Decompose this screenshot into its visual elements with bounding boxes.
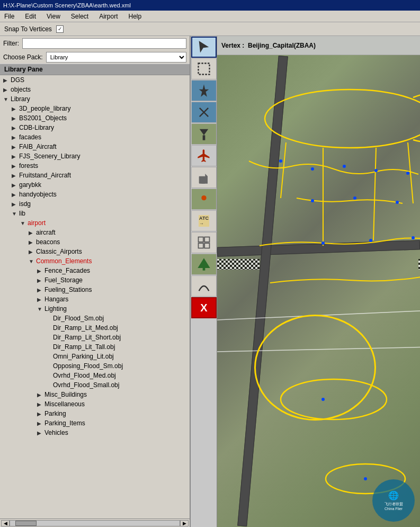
- tree-arrow: ▶: [12, 125, 19, 131]
- taxiway-tool[interactable]: [191, 102, 217, 123]
- tree-item[interactable]: ▶Parking_Items: [0, 418, 190, 428]
- tree-item[interactable]: ▶Miscellaneous: [0, 399, 190, 409]
- snap-label: Snap To Vertices: [4, 25, 52, 33]
- tree-item[interactable]: ▶Fuel_Storage: [0, 275, 190, 285]
- tree-label: Misc_Buildings: [44, 391, 87, 398]
- tree-item[interactable]: ▶aircraft: [0, 228, 190, 237]
- tree-item[interactable]: ▼Lighting: [0, 304, 190, 314]
- tree-item[interactable]: ▶Fence_Facades: [0, 266, 190, 275]
- svg-rect-13: [203, 268, 205, 271]
- h-scrollbar[interactable]: ◀ ▶: [0, 519, 190, 527]
- tree-arrow: ▶: [37, 268, 44, 274]
- tree-items: ▶DGS▶objects▼Library▶3D_people_library▶B…: [0, 75, 190, 437]
- tree-item[interactable]: ▶FJS_Scenery_Library: [0, 151, 190, 161]
- tree-item[interactable]: ▶handyobjects: [0, 190, 190, 199]
- menu-edit[interactable]: Edit: [23, 12, 38, 21]
- tree-arrow: ▶: [12, 135, 19, 140]
- svg-rect-3: [203, 135, 205, 140]
- h-scroll-track[interactable]: [10, 520, 180, 526]
- tree-item[interactable]: ▶Parking: [0, 409, 190, 418]
- tree-item[interactable]: ▶Fruitstand_Aircraft: [0, 171, 190, 180]
- tree-item[interactable]: ▼lib: [0, 209, 190, 218]
- tree-item[interactable]: Dir_Ramp_Lit_Short.obj: [0, 333, 190, 342]
- tree-item[interactable]: ▶BS2001_Objects: [0, 113, 190, 123]
- tree-item[interactable]: ▶CDB-Library: [0, 123, 190, 132]
- tree-item[interactable]: ▶Hangars: [0, 294, 190, 304]
- path-tool[interactable]: [191, 275, 217, 297]
- library-pane-header: Library Pane: [0, 64, 190, 75]
- tree-item[interactable]: Dir_Ramp_Lit_Med.obj: [0, 323, 190, 333]
- tree-item[interactable]: Ovrhd_Flood_Med.obj: [0, 371, 190, 380]
- tower-tool[interactable]: [191, 123, 217, 145]
- tree-item[interactable]: ▶Misc_Buildings: [0, 390, 190, 399]
- tree-item[interactable]: Dir_Ramp_Lit_Tall.obj: [0, 342, 190, 352]
- plane-tool[interactable]: [191, 145, 217, 166]
- tree-item[interactable]: ▼airport: [0, 218, 190, 228]
- tree-item[interactable]: ▶objects: [0, 85, 190, 94]
- object-tool[interactable]: [191, 167, 217, 188]
- map-area[interactable]: 🌐 飞行者联盟 China Flier: [217, 55, 420, 527]
- tree-item[interactable]: Omni_Parking_Lit.obj: [0, 352, 190, 361]
- tree-item[interactable]: ▶facades: [0, 132, 190, 142]
- tree-arrow: ▶: [12, 144, 19, 150]
- tree-item[interactable]: ▼Common_Elements: [0, 256, 190, 266]
- watermark: 🌐 飞行者联盟 China Flier: [372, 479, 415, 522]
- menu-file[interactable]: File: [2, 12, 16, 21]
- pack-select[interactable]: Library Default Custom: [46, 52, 186, 62]
- tree-arrow: ▶: [37, 421, 44, 426]
- tree-label: Fruitstand_Aircraft: [19, 172, 71, 179]
- grid-tool[interactable]: [191, 232, 217, 253]
- tree-item[interactable]: Ovrhd_Flood_Small.obj: [0, 380, 190, 390]
- snap-checkbox[interactable]: ✓: [56, 25, 64, 33]
- tree-label: Vehicles: [44, 429, 68, 436]
- tree-arrow: ▶: [12, 115, 19, 121]
- scroll-right-btn[interactable]: ▶: [180, 520, 189, 526]
- tree-label: Fuel_Storage: [44, 276, 83, 284]
- tree-arrow: ▼: [3, 96, 11, 102]
- vertex-label: Vertex :: [221, 42, 244, 49]
- main-layout: Filter: Choose Pack: Library Default Cus…: [0, 36, 420, 527]
- tree-label: objects: [11, 86, 31, 93]
- tree-item[interactable]: ▶Vehicles: [0, 428, 190, 437]
- tree-item[interactable]: ▶DGS: [0, 75, 190, 85]
- menu-help[interactable]: Help: [127, 12, 144, 21]
- tree-arrow: ▶: [37, 392, 44, 398]
- scroll-left-btn[interactable]: ◀: [1, 520, 10, 526]
- tree-item[interactable]: Dir_Flood_Sm.obj: [0, 314, 190, 323]
- tree-item[interactable]: ▶FAIB_Aircraft: [0, 142, 190, 151]
- tree-item[interactable]: ▶Classic_Airports: [0, 247, 190, 256]
- tree-arrow: ▶: [12, 192, 19, 198]
- tree-item[interactable]: ▶isdg: [0, 199, 190, 209]
- tree-item[interactable]: ▶beacons: [0, 237, 190, 247]
- tree-label: FJS_Scenery_Library: [19, 153, 80, 160]
- tree-item[interactable]: ▶forests: [0, 161, 190, 171]
- tree-item[interactable]: Opposing_Flood_Sm.obj: [0, 361, 190, 371]
- h-scroll-thumb[interactable]: [15, 521, 37, 526]
- light-tool[interactable]: [191, 189, 217, 210]
- tree-label: Dir_Ramp_Lit_Tall.obj: [53, 343, 115, 351]
- tree-item[interactable]: ▶garybkk: [0, 180, 190, 190]
- tree-scroll[interactable]: ▶DGS▶objects▼Library▶3D_people_library▶B…: [0, 75, 190, 519]
- tree-item[interactable]: ▶Fueling_Stations: [0, 285, 190, 294]
- tree-label: BS2001_Objects: [19, 114, 67, 122]
- filter-input[interactable]: [22, 38, 186, 49]
- tree-label: Parking: [44, 410, 66, 417]
- svg-marker-12: [198, 258, 210, 268]
- tree-arrow: ▶: [29, 239, 36, 245]
- marquee-tool[interactable]: [191, 58, 217, 79]
- tree-label: Dir_Flood_Sm.obj: [53, 315, 104, 322]
- tree-arrow: ▶: [29, 249, 36, 255]
- menu-airport[interactable]: Airport: [97, 12, 120, 21]
- runway-tool[interactable]: [191, 80, 217, 101]
- menu-select[interactable]: Select: [69, 12, 91, 21]
- tree-label: handyobjects: [19, 191, 57, 198]
- delete-tool[interactable]: X: [191, 297, 217, 318]
- atc-tool[interactable]: ATC→: [191, 210, 217, 231]
- tree-arrow: ▶: [12, 106, 19, 112]
- tree-tool[interactable]: [191, 254, 217, 275]
- tree-item[interactable]: ▶3D_people_library: [0, 104, 190, 113]
- tree-item[interactable]: ▼Library: [0, 94, 190, 104]
- tree-container[interactable]: ▶DGS▶objects▼Library▶3D_people_library▶B…: [0, 75, 190, 519]
- menu-view[interactable]: View: [44, 12, 62, 21]
- select-tool[interactable]: [191, 37, 217, 58]
